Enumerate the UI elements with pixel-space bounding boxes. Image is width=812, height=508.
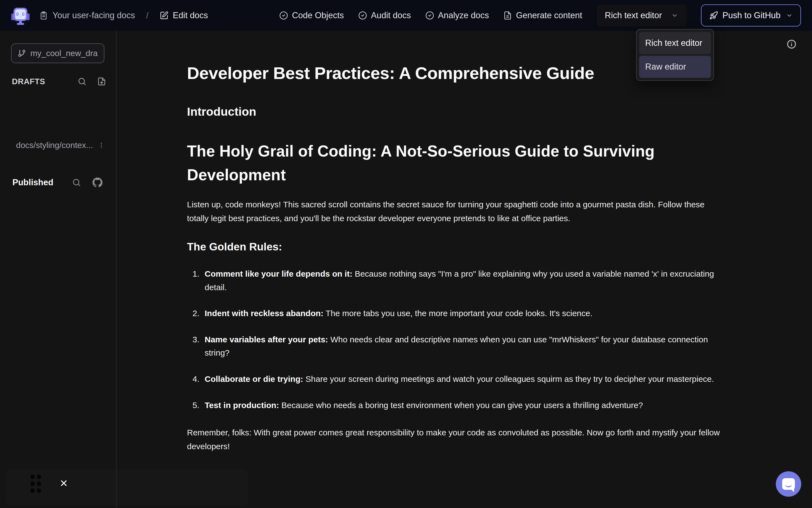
drafts-heading: DRAFTS: [12, 77, 45, 86]
published-heading: Published: [12, 177, 53, 187]
file-plus-icon: [97, 77, 106, 86]
list-item-lead: Test in production:: [205, 400, 279, 410]
published-github-button[interactable]: [92, 177, 103, 187]
list-number: 4.: [193, 373, 199, 386]
edit-icon: [160, 11, 168, 20]
chevron-down-icon: [786, 12, 793, 19]
sidebar-divider: [116, 31, 117, 508]
list-number: 3.: [193, 333, 199, 346]
check-circle-icon: [425, 11, 434, 20]
github-icon: [92, 177, 103, 187]
list-item[interactable]: 3. Name variables after your pets: Who n…: [187, 333, 724, 360]
chat-launcher-button[interactable]: [776, 471, 801, 497]
published-section-header: Published: [12, 176, 106, 189]
list-item-lead: Indent with reckless abandon:: [205, 309, 323, 318]
generate-content-label: Generate content: [516, 10, 582, 20]
push-to-github-button[interactable]: Push to GitHub: [701, 4, 801, 27]
robot-face-text: 0_0: [15, 9, 26, 19]
breadcrumb-separator: /: [146, 10, 149, 21]
info-button[interactable]: [786, 39, 797, 49]
list-item[interactable]: 2. Indent with reckless abandon: The mor…: [187, 307, 724, 320]
breadcrumb-edit-docs[interactable]: Edit docs: [160, 10, 208, 20]
analyze-docs-button[interactable]: Analyze docs: [425, 10, 489, 20]
breadcrumb-edit-docs-label: Edit docs: [173, 10, 208, 20]
list-number: 1.: [193, 267, 199, 281]
intro-heading[interactable]: Introduction: [187, 105, 724, 119]
close-icon: [59, 478, 69, 488]
search-icon: [72, 178, 81, 187]
list-number: 5.: [193, 399, 199, 412]
list-item-lead: Name variables after your pets:: [205, 335, 328, 344]
drafts-section-header: DRAFTS: [12, 75, 106, 88]
list-item-text: The more tabs you use, the more importan…: [323, 309, 593, 318]
drafts-search-button[interactable]: [78, 77, 86, 86]
file-text-icon: [503, 11, 512, 20]
lead-paragraph[interactable]: Listen up, code monkeys! This sacred scr…: [187, 198, 724, 225]
menu-item-rich-text-editor[interactable]: Rich text editor: [639, 32, 711, 54]
main-heading[interactable]: The Holy Grail of Coding: A Not-So-Serio…: [187, 139, 724, 186]
branch-name: my_cool_new_dra...: [30, 49, 98, 58]
code-objects-label: Code Objects: [292, 10, 344, 20]
drag-handle-icon[interactable]: [29, 473, 42, 494]
analyze-docs-label: Analyze docs: [438, 10, 489, 20]
sidebar: my_cool_new_dra... DRAFTS docs/styling/c…: [0, 31, 116, 508]
published-search-button[interactable]: [72, 178, 81, 187]
audit-docs-label: Audit docs: [371, 10, 411, 20]
document-editor[interactable]: Developer Best Practices: A Comprehensiv…: [117, 31, 812, 508]
editor-mode-value: Rich text editor: [605, 10, 662, 20]
menu-item-raw-editor[interactable]: Raw editor: [639, 56, 711, 78]
rules-heading[interactable]: The Golden Rules:: [187, 241, 724, 253]
check-circle-icon: [279, 11, 288, 20]
closing-paragraph[interactable]: Remember, folks: With great power comes …: [187, 426, 724, 453]
push-to-github-label: Push to GitHub: [723, 10, 780, 20]
editor-mode-select[interactable]: Rich text editor: [597, 4, 687, 27]
draft-item-label: docs/styling/contex...: [11, 140, 93, 150]
list-item-lead: Collaborate or die trying:: [205, 374, 303, 383]
audit-docs-button[interactable]: Audit docs: [358, 10, 411, 20]
git-branch-icon: [18, 49, 26, 57]
list-item[interactable]: 4. Collaborate or die trying: Share your…: [187, 373, 724, 386]
new-draft-button[interactable]: [97, 77, 106, 86]
branch-selector[interactable]: my_cool_new_dra...: [11, 43, 105, 63]
list-item-text: Because who needs a boring test environm…: [279, 400, 643, 410]
clipboard-icon: [39, 11, 48, 20]
top-navbar: 0_0 Your user-facing docs / Edit docs Co…: [0, 0, 812, 31]
info-icon: [786, 39, 797, 49]
breadcrumb-your-docs-label: Your user-facing docs: [52, 10, 135, 20]
draft-list-item[interactable]: docs/styling/contex...: [11, 137, 106, 153]
app-logo-robot-icon[interactable]: 0_0: [11, 6, 30, 25]
rules-list: 1. Comment like your life depends on it:…: [187, 267, 724, 412]
list-item[interactable]: 1. Comment like your life depends on it:…: [187, 267, 724, 294]
close-button[interactable]: [59, 478, 69, 488]
editor-mode-menu: Rich text editor Raw editor: [636, 29, 714, 81]
generate-content-button[interactable]: Generate content: [503, 10, 582, 20]
kebab-menu-icon: [97, 141, 105, 149]
draft-item-menu-button[interactable]: [97, 141, 106, 149]
document-body[interactable]: Developer Best Practices: A Comprehensiv…: [187, 63, 724, 453]
code-objects-button[interactable]: Code Objects: [279, 10, 344, 20]
chat-bubble-icon: [782, 478, 795, 490]
chevron-down-icon: [671, 12, 678, 19]
search-icon: [78, 77, 86, 86]
list-number: 2.: [193, 307, 199, 320]
list-item-text: Share your screen during meetings and wa…: [303, 374, 714, 383]
list-item-lead: Comment like your life depends on it:: [205, 269, 353, 278]
check-circle-icon: [358, 11, 367, 20]
breadcrumb-your-docs[interactable]: Your user-facing docs: [39, 10, 135, 20]
list-item[interactable]: 5. Test in production: Because who needs…: [187, 399, 724, 412]
rocket-icon: [709, 11, 718, 20]
